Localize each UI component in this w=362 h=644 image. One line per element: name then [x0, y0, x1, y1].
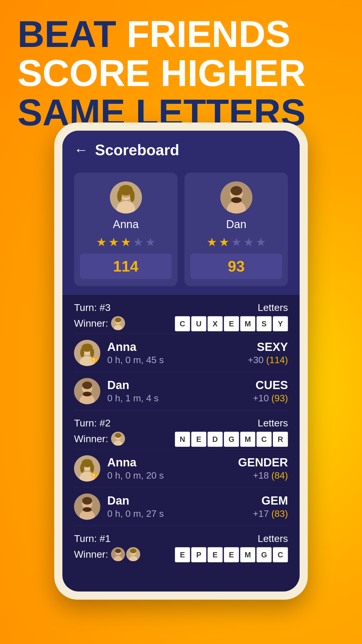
- player-card-dan: Dan ★ ★ ★ ★ ★ 93: [184, 173, 288, 286]
- tile-M: M: [240, 432, 255, 447]
- move-avatar-anna-t3: 🏆: [74, 340, 100, 366]
- move-time-dan-t2: 0 h, 0 m, 27 s: [107, 508, 246, 519]
- svg-point-45: [115, 549, 121, 553]
- move-anna-turn2: 🏆 Anna 0 h, 0 m, 20 s GENDER +18 (84): [74, 449, 288, 487]
- player-score-dan: 93: [190, 253, 282, 279]
- turn-1-tiles: E P E E M G C: [175, 547, 288, 562]
- star-4: ★: [133, 235, 143, 249]
- turn-1-letters-label: Letters: [258, 533, 288, 544]
- star-5: ★: [256, 235, 266, 249]
- tile-D: D: [208, 432, 223, 447]
- move-score-anna-t3: SEXY +30 (114): [248, 340, 288, 365]
- move-time-dan-t3: 0 h, 1 m, 4 s: [107, 393, 246, 404]
- tile-E: E: [224, 316, 239, 331]
- turn-2-letters-label: Letters: [258, 417, 288, 429]
- move-points-anna-t2: +18 (84): [238, 470, 288, 481]
- tile-R: R: [273, 432, 288, 447]
- turn-3-letters-label: Letters: [258, 302, 288, 313]
- tile-M: M: [240, 547, 255, 562]
- move-dan-turn3: Dan 0 h, 1 m, 4 s CUES +10 (93): [74, 372, 288, 410]
- tile-N: N: [175, 432, 190, 447]
- star-1: ★: [207, 235, 217, 249]
- turn-1-winner-avatars: [111, 547, 140, 561]
- tile-E2: E: [208, 547, 223, 562]
- move-info-anna-t3: Anna 0 h, 0 m, 45 s: [107, 340, 241, 365]
- turn-1-winner-anna: [126, 547, 140, 561]
- tile-P: P: [191, 547, 206, 562]
- turn-3-tiles: C U X E M S Y: [175, 316, 288, 331]
- trophy-badge-anna-t2: 🏆: [90, 473, 100, 482]
- turn-1-number: Turn: #1: [74, 533, 140, 544]
- svg-point-15: [115, 318, 121, 322]
- move-name-anna-t2: Anna: [107, 456, 231, 469]
- move-name-dan-t3: Dan: [107, 379, 246, 392]
- stars-anna: ★ ★ ★ ★ ★: [96, 235, 156, 249]
- star-2: ★: [108, 235, 119, 249]
- turn-3-winner: Winner:: [74, 316, 125, 330]
- move-name-dan-t2: Dan: [107, 494, 246, 507]
- star-1: ★: [96, 235, 107, 249]
- turn-3-header: Turn: #3 Winner:: [74, 295, 288, 334]
- move-anna-turn3: 🏆 Anna 0 h, 0 m, 45 s SEXY +30 (114): [74, 334, 288, 372]
- turn-1-winner: Winner:: [74, 547, 140, 561]
- move-score-dan-t2: GEM +17 (83): [253, 494, 288, 519]
- move-score-anna-t2: GENDER +18 (84): [238, 456, 288, 481]
- player-card-anna: Anna ★ ★ ★ ★ ★ 114: [74, 173, 178, 286]
- tile-C: C: [273, 547, 288, 562]
- star-2: ★: [219, 235, 229, 249]
- star-4: ★: [243, 235, 254, 249]
- player-name-dan: Dan: [226, 218, 247, 231]
- svg-point-49: [130, 549, 136, 553]
- tile-E1: E: [175, 547, 190, 562]
- svg-point-10: [231, 186, 242, 195]
- turns-area: Turn: #3 Winner:: [62, 295, 300, 565]
- move-info-dan-t2: Dan 0 h, 0 m, 27 s: [107, 494, 246, 519]
- turn-2-tiles: N E D G M C R: [175, 432, 288, 447]
- players-section: Anna ★ ★ ★ ★ ★ 114: [62, 167, 300, 295]
- move-word-anna-t2: GENDER: [238, 456, 288, 469]
- move-time-anna-t3: 0 h, 0 m, 45 s: [107, 355, 241, 365]
- svg-point-40: [82, 497, 92, 505]
- star-5: ★: [145, 235, 156, 249]
- move-avatar-dan-t3: [74, 378, 100, 404]
- tile-M: M: [240, 316, 255, 331]
- svg-point-21: [90, 348, 94, 357]
- scoreboard-header: ← Scoreboard: [62, 131, 300, 167]
- player-score-anna: 114: [80, 253, 172, 279]
- tile-E: E: [191, 432, 206, 447]
- tile-U: U: [191, 316, 206, 331]
- hero-line-2: SCORE HIGHER: [17, 54, 345, 93]
- svg-point-30: [115, 433, 121, 438]
- turn-1-header: Turn: #1 Winner:: [74, 526, 288, 565]
- svg-point-6: [130, 190, 135, 202]
- stars-dan: ★ ★ ★ ★ ★: [207, 235, 266, 249]
- phone-outer: ← Scoreboard: [54, 123, 308, 600]
- move-score-dan-t3: CUES +10 (93): [253, 379, 288, 404]
- player-name-anna: Anna: [113, 218, 139, 231]
- avatar-dan: [220, 181, 252, 214]
- svg-point-11: [231, 197, 242, 203]
- tile-S: S: [256, 316, 272, 331]
- turn-2-header: Turn: #2 Winner:: [74, 410, 288, 449]
- move-word-dan-t2: GEM: [253, 494, 288, 507]
- move-avatar-dan-t2: [74, 494, 100, 520]
- tile-C: C: [175, 316, 190, 331]
- move-word-anna-t3: SEXY: [248, 340, 288, 354]
- svg-point-25: [82, 382, 92, 389]
- move-dan-turn2: Dan 0 h, 0 m, 27 s GEM +17 (83): [74, 487, 288, 526]
- tile-G: G: [224, 432, 239, 447]
- move-name-anna-t3: Anna: [107, 340, 241, 354]
- move-avatar-anna-t2: 🏆: [74, 455, 100, 482]
- star-3: ★: [231, 235, 242, 249]
- move-word-dan-t3: CUES: [253, 379, 288, 392]
- tile-C: C: [256, 432, 272, 447]
- phone-mockup: ← Scoreboard: [54, 123, 308, 600]
- tile-X: X: [208, 316, 223, 331]
- back-button[interactable]: ←: [74, 143, 88, 157]
- move-points-anna-t3: +30 (114): [248, 355, 288, 365]
- move-points-dan-t2: +17 (83): [253, 508, 288, 519]
- svg-point-36: [90, 463, 94, 473]
- trophy-badge-anna: 🏆: [90, 358, 100, 366]
- svg-point-5: [117, 190, 122, 202]
- move-info-anna-t2: Anna 0 h, 0 m, 20 s: [107, 456, 231, 481]
